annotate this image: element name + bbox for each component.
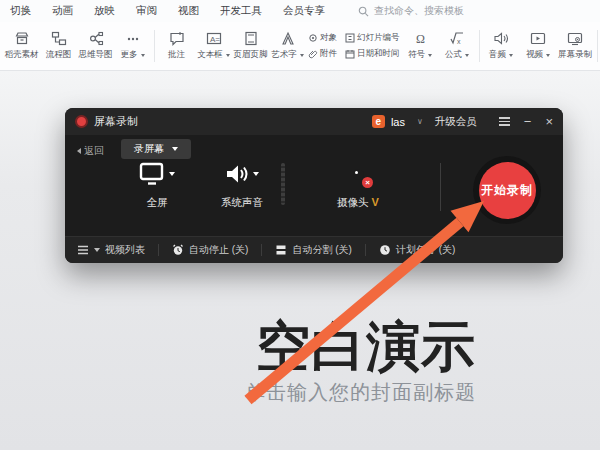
auto-split-button[interactable]: 自动分割 (关): [275, 243, 351, 257]
wordart-icon: [280, 31, 296, 46]
command-search[interactable]: 查找命令、搜索模板: [358, 4, 464, 18]
record-logo-icon: [75, 115, 88, 128]
menu-slideshow[interactable]: 放映: [94, 4, 115, 18]
shop-icon: [14, 31, 30, 46]
menu-view[interactable]: 视图: [178, 4, 199, 18]
toolbar-screen-record[interactable]: 屏幕录制: [557, 24, 594, 68]
brand-logo-icon: e: [372, 115, 385, 128]
auto-stop-button[interactable]: 自动停止 (关): [172, 243, 248, 257]
paperclip-icon: [308, 49, 318, 59]
menu-transition[interactable]: 切换: [10, 4, 31, 18]
ribbon-toolbar: 稻壳素材 流程图 思维导图 更多 批注 A= 文本框 页眉页脚 艺术字 对象: [0, 22, 600, 71]
toolbar-textbox[interactable]: A= 文本框: [195, 24, 232, 68]
comment-icon: [169, 31, 185, 46]
screen-record-dialog: 屏幕录制 e las ∨ 升级会员 − × 返回 录屏幕 全屏 系统声音: [65, 108, 563, 263]
toolbar-compact-group: 对象 幻灯片编号 附件 日期和时间: [308, 24, 400, 68]
back-button[interactable]: 返回: [77, 144, 104, 158]
omega-icon: Ω: [412, 31, 428, 46]
monitor-icon: [139, 162, 165, 186]
toolbar-separator: [154, 30, 155, 62]
slide-subtitle-placeholder[interactable]: 单击输入您的封面副标题: [245, 379, 476, 406]
toolbar-object[interactable]: 对象: [308, 32, 337, 44]
minimize-button[interactable]: −: [524, 115, 532, 128]
menu-icon[interactable]: [499, 115, 510, 128]
footer-separator: [158, 244, 159, 256]
more-dots-icon: [125, 31, 141, 46]
dropdown-caret-icon: [94, 248, 100, 252]
dropdown-caret-icon: [465, 54, 469, 57]
split-icon: [275, 244, 287, 256]
textbox-icon: A=: [206, 31, 222, 46]
dialog-footer: 视频列表 自动停止 (关) 自动分割 (关) 计划任务 (关): [65, 236, 563, 263]
wps-presentation-window: { "menubar": { "items": ["切换", "动画", "放映…: [0, 0, 600, 450]
scheduled-task-button[interactable]: 计划任务 (关): [379, 243, 455, 257]
camera-dropdown-icon: V: [372, 196, 379, 208]
toolbar-datetime[interactable]: 日期和时间: [345, 48, 400, 60]
footer-separator: [365, 244, 366, 256]
search-icon: [358, 6, 369, 17]
footer-separator: [261, 244, 262, 256]
toolbar-audio[interactable]: 音频: [483, 24, 520, 68]
toolbar-comment[interactable]: 批注: [158, 24, 195, 68]
menu-devtools[interactable]: 开发工具: [220, 4, 262, 18]
record-mode-dropdown[interactable]: 录屏幕: [121, 139, 191, 159]
upgrade-member-link[interactable]: 升级会员: [435, 115, 477, 129]
dropdown-caret-icon: [509, 54, 513, 57]
toolbar-separator: [479, 30, 480, 62]
camera-off-badge-icon: ×: [362, 177, 373, 188]
dropdown-caret-icon: [141, 54, 145, 57]
section-divider: [281, 163, 285, 205]
svg-text:x: x: [457, 38, 461, 45]
toolbar-symbol[interactable]: Ω 符号: [402, 24, 439, 68]
mindmap-icon: [88, 31, 104, 46]
dropdown-caret-icon: [300, 54, 304, 57]
menu-bar: 切换 动画 放映 审阅 视图 开发工具 会员专享 查找命令、搜索模板: [0, 0, 600, 22]
toolbar-slide-number[interactable]: 幻灯片编号: [345, 32, 400, 44]
video-icon: [530, 31, 546, 46]
toolbar-docer-assets[interactable]: 稻壳素材: [3, 24, 40, 68]
alarm-clock-icon: [172, 244, 184, 256]
webcam-icon: ×: [347, 163, 369, 185]
menu-review[interactable]: 审阅: [136, 4, 157, 18]
toolbar-formula[interactable]: x 公式: [439, 24, 476, 68]
toolbar-video[interactable]: 视频: [520, 24, 557, 68]
toolbar-flowchart[interactable]: 流程图: [40, 24, 77, 68]
slide-title-placeholder[interactable]: 空白演示: [256, 311, 476, 384]
flowchart-icon: [51, 31, 67, 46]
dropdown-caret-icon: [226, 54, 230, 57]
svg-text:Ω: Ω: [416, 32, 425, 46]
clock-icon: [379, 244, 391, 256]
dropdown-caret-icon: [546, 54, 550, 57]
menu-animation[interactable]: 动画: [52, 4, 73, 18]
camera-option[interactable]: × 摄像头V: [328, 161, 388, 210]
toolbar-attachment[interactable]: 附件: [308, 48, 337, 60]
toolbar-header-footer[interactable]: 页眉页脚: [232, 24, 269, 68]
system-sound-option[interactable]: 系统声音: [212, 161, 272, 210]
toolbar-more[interactable]: 更多: [114, 24, 151, 68]
audio-icon: [493, 31, 509, 46]
back-arrow-icon: [77, 148, 81, 154]
slide-number-icon: [345, 33, 355, 43]
record-button-ring: 开始录制: [473, 156, 541, 224]
screen-record-icon: [567, 31, 583, 46]
brand-name: las: [391, 116, 405, 128]
header-footer-icon: [243, 31, 259, 46]
toolbar-mindmap[interactable]: 思维导图: [77, 24, 114, 68]
start-record-button[interactable]: 开始录制: [479, 162, 536, 219]
dropdown-caret-icon: [169, 172, 175, 176]
dialog-title: 屏幕录制: [94, 114, 366, 129]
list-icon: [77, 245, 89, 255]
dropdown-caret-icon: [253, 172, 259, 176]
video-list-button[interactable]: 视频列表: [77, 243, 145, 257]
account-dropdown-icon[interactable]: ∨: [417, 117, 423, 126]
toolbar-wordart[interactable]: 艺术字: [269, 24, 306, 68]
dropdown-caret-icon: [172, 147, 178, 151]
fullscreen-option[interactable]: 全屏: [127, 161, 187, 210]
object-icon: [308, 33, 318, 43]
formula-icon: x: [449, 31, 465, 46]
close-button[interactable]: ×: [545, 115, 553, 128]
dialog-titlebar: 屏幕录制 e las ∨ 升级会员 − ×: [65, 108, 563, 135]
calendar-icon: [345, 49, 355, 59]
menu-member[interactable]: 会员专享: [283, 4, 325, 18]
search-placeholder-text: 查找命令、搜索模板: [374, 4, 464, 18]
